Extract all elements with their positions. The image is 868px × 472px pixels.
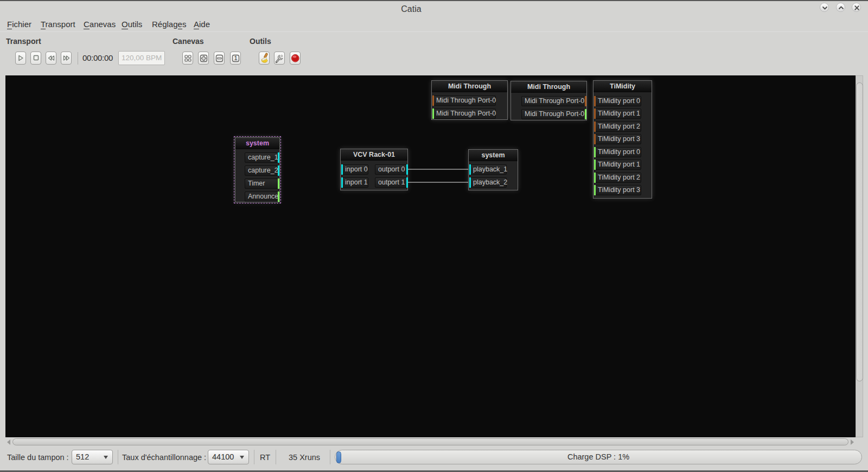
svg-text:1: 1 bbox=[234, 55, 238, 61]
